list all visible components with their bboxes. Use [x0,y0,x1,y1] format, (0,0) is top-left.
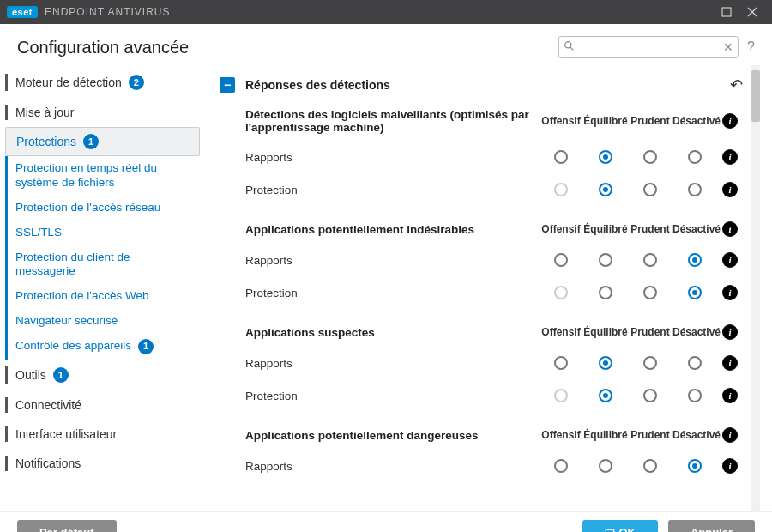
nav-item-0[interactable]: Moteur de détection2 [0,67,207,98]
search-input[interactable] [558,36,739,58]
setting-row: Protectioni [245,173,743,206]
radio-option-2[interactable] [643,150,657,164]
col-label-0: Offensif [539,115,583,127]
col-label-0: Offensif [539,429,583,441]
section-title: Réponses des détections [245,78,390,92]
ok-button[interactable]: 🛡OK [582,520,658,533]
radio-option-0 [554,286,568,299]
radio-option-1[interactable] [599,183,612,196]
nav-item-1[interactable]: Mise à jour [0,98,207,127]
info-icon[interactable]: i [722,252,738,268]
radio-option-3[interactable] [688,286,702,299]
col-label-1: Équilibré [583,429,628,441]
info-icon[interactable]: i [722,113,738,129]
radio-option-0[interactable] [554,459,568,473]
nav-label: Outils [15,368,46,382]
row-label: Rapports [245,357,539,370]
window-close-button[interactable] [739,0,765,24]
undo-button[interactable]: ↶ [730,76,743,94]
radio-option-2[interactable] [643,459,657,473]
search-wrap: ✕ [558,36,739,58]
nav-sub-6[interactable]: Contrôle des appareils1 [0,334,207,360]
nav-sub-label: SSL/TLS [15,226,62,239]
info-icon[interactable]: i [722,182,738,197]
radio-option-2[interactable] [643,389,657,402]
square-icon [721,7,732,17]
info-icon[interactable]: i [722,285,738,300]
radio-option-1[interactable] [599,459,612,473]
default-button[interactable]: Par défaut [17,520,117,533]
setting-row: Protectioni [245,379,743,412]
nav-item-4[interactable]: Connectivité [0,390,207,420]
info-icon[interactable]: i [722,388,738,403]
nav-label: Notifications [15,456,81,470]
nav-item-5[interactable]: Interface utilisateur [0,420,207,449]
header: Configuration avancée ✕ ? [0,24,772,65]
radio-option-2[interactable] [643,253,657,267]
col-label-2: Prudent [628,223,672,235]
window-maximize-button[interactable] [714,0,739,24]
setting-row: Rapportsi [245,141,743,173]
radio-option-0 [554,389,568,402]
collapse-toggle[interactable]: − [220,77,235,93]
radio-option-1[interactable] [599,150,612,164]
nav-badge: 1 [138,339,154,354]
radio-option-3[interactable] [688,356,702,370]
nav-item-6[interactable]: Notifications [0,449,207,478]
nav-item-2[interactable]: Protections1 [5,127,200,156]
setting-row: Protectioni [245,276,743,309]
radio-option-1[interactable] [599,356,612,370]
radio-option-1[interactable] [599,286,612,299]
nav-sub-3[interactable]: Protection du client de messagerie [0,245,207,285]
info-icon[interactable]: i [722,427,738,443]
scroll-thumb[interactable] [751,70,760,122]
radio-option-2[interactable] [643,356,657,370]
row-label: Rapports [245,460,539,473]
info-icon[interactable]: i [722,221,738,237]
radio-option-2[interactable] [643,183,657,196]
help-button[interactable]: ? [747,39,755,55]
footer: Par défaut 🛡OK Annuler [0,511,772,532]
group-head: Applications potentiellement dangereuses… [245,427,743,450]
close-icon [747,7,757,17]
info-icon[interactable]: i [722,324,738,340]
radio-option-3[interactable] [688,150,702,164]
radio-option-2[interactable] [643,286,657,299]
radio-option-1[interactable] [599,389,612,402]
radio-option-3[interactable] [688,183,702,196]
radio-option-3[interactable] [688,253,702,267]
setting-row: Rapportsi [245,347,743,379]
nav-item-3[interactable]: Outils1 [0,360,207,390]
info-icon[interactable]: i [722,149,738,165]
clear-search-button[interactable]: ✕ [723,40,733,54]
nav-label: Mise à jour [15,106,74,119]
col-label-3: Désactivé [672,429,717,441]
setting-row: Rapportsi [245,244,743,276]
info-icon[interactable]: i [722,458,738,474]
nav-sub-1[interactable]: Protection de l'accès réseau [0,196,207,221]
scrollbar[interactable] [751,65,760,511]
nav-sub-2[interactable]: SSL/TLS [0,221,207,245]
nav-sub-label: Protection de l'accès Web [15,289,148,302]
nav-sub-label: Protection du client de messagerie [15,251,130,278]
cancel-button[interactable]: Annuler [668,520,755,533]
radio-option-3[interactable] [688,389,702,402]
nav-sub-4[interactable]: Protection de l'accès Web [0,284,207,309]
group-0: Détections des logiciels malveillants (o… [245,108,743,206]
group-head: Détections des logiciels malveillants (o… [245,108,743,141]
content: − Réponses des détections ↶ Détections d… [208,65,772,511]
col-label-2: Prudent [628,326,672,338]
radio-option-0[interactable] [554,150,568,164]
radio-option-3[interactable] [688,459,702,473]
radio-option-0[interactable] [554,253,568,267]
brand-logo: eset [7,6,38,18]
radio-option-1[interactable] [599,253,612,267]
info-icon[interactable]: i [722,355,738,371]
settings-panel: − Réponses des détections ↶ Détections d… [220,65,751,511]
svg-line-4 [570,47,573,50]
nav-badge: 1 [83,134,99,149]
nav-sub-5[interactable]: Navigateur sécurisé [0,309,207,334]
radio-option-0[interactable] [554,356,568,370]
nav-sub-0[interactable]: Protection en temps réel du système de f… [0,156,207,196]
col-label-0: Offensif [539,326,583,338]
